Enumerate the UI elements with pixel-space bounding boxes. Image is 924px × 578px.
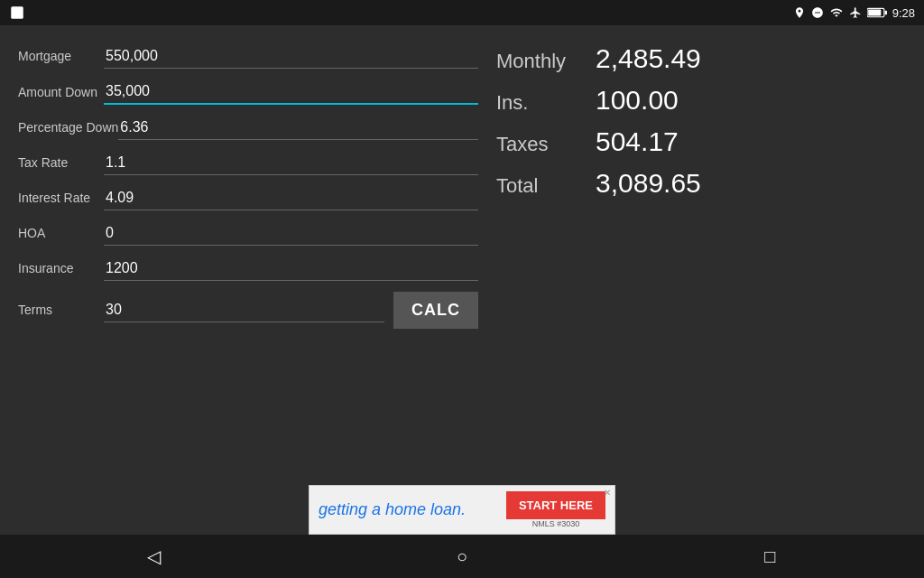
calc-button[interactable]: CALC [393, 292, 478, 329]
battery-icon [867, 7, 887, 18]
terms-row: Terms CALC [18, 286, 478, 334]
insurance-input-wrapper [104, 256, 478, 281]
ad-cta-label: START HERE [506, 491, 605, 519]
interest-rate-input[interactable] [104, 186, 478, 210]
wifi-icon [829, 6, 844, 19]
taxes-result-row: Taxes 504.17 [496, 126, 906, 157]
home-button[interactable]: ○ [448, 543, 476, 570]
terms-input[interactable] [104, 298, 384, 322]
percentage-down-label: Percentage Down [18, 119, 118, 135]
insurance-label: Insurance [18, 260, 104, 276]
location-icon [793, 6, 806, 19]
form-panel: Mortgage Amount Down Percentage Down Tax… [18, 39, 478, 449]
hoa-label: HOA [18, 225, 104, 241]
mortgage-row: Mortgage [18, 39, 478, 74]
results-panel: Monthly 2,485.49 Ins. 100.00 Taxes 504.1… [496, 39, 906, 449]
ad-close-icon[interactable]: ✕ [604, 488, 611, 498]
taxes-label: Taxes [496, 133, 578, 156]
status-bar-right: 9:28 [793, 6, 915, 20]
total-value: 3,089.65 [596, 168, 701, 199]
terms-label: Terms [18, 302, 104, 318]
recent-button[interactable]: □ [756, 543, 783, 570]
mortgage-input[interactable] [104, 44, 478, 68]
svg-rect-2 [868, 9, 881, 15]
ad-cta-button[interactable]: START HERE NMLS #3030 [506, 491, 605, 528]
main-content: Mortgage Amount Down Percentage Down Tax… [0, 25, 924, 462]
ins-value: 100.00 [596, 85, 679, 116]
interest-rate-label: Interest Rate [18, 190, 104, 206]
tax-rate-label: Tax Rate [18, 154, 104, 171]
airplane-icon [849, 6, 862, 19]
percentage-down-row: Percentage Down [18, 110, 478, 145]
mortgage-input-wrapper [104, 44, 478, 69]
amount-down-row: Amount Down [18, 74, 478, 110]
hoa-row: HOA [18, 216, 478, 251]
interest-rate-row: Interest Rate [18, 181, 478, 216]
hoa-input-wrapper [104, 221, 478, 246]
amount-down-input-wrapper [104, 79, 478, 105]
ins-label: Ins. [496, 91, 578, 115]
amount-down-input[interactable] [104, 79, 478, 103]
hoa-input[interactable] [104, 221, 478, 245]
terms-input-wrapper [104, 298, 384, 322]
status-bar: 9:28 [0, 0, 924, 25]
tax-rate-input-wrapper [104, 151, 478, 175]
percentage-down-input-wrapper [118, 116, 478, 140]
insurance-result-row: Ins. 100.00 [496, 85, 906, 116]
tax-rate-row: Tax Rate [18, 145, 478, 181]
percentage-down-input[interactable] [118, 116, 478, 139]
monthly-result-row: Monthly 2,485.49 [496, 43, 906, 74]
minus-circle-icon [811, 6, 824, 19]
tax-rate-input[interactable] [104, 151, 478, 174]
ad-banner[interactable]: ✕ getting a home loan. START HERE NMLS #… [309, 485, 615, 535]
interest-rate-input-wrapper [104, 186, 478, 210]
total-label: Total [496, 174, 578, 198]
mortgage-label: Mortgage [18, 48, 104, 64]
amount-down-label: Amount Down [18, 84, 104, 100]
time-display: 9:28 [892, 6, 915, 20]
svg-rect-0 [11, 6, 23, 19]
ad-text: getting a home loan. [319, 500, 466, 519]
monthly-label: Monthly [496, 50, 578, 73]
back-button[interactable]: ◁ [141, 543, 168, 570]
nav-bar: ◁ ○ □ [0, 535, 924, 578]
app-icon [9, 5, 25, 21]
insurance-input[interactable] [104, 256, 478, 280]
taxes-value: 504.17 [596, 126, 679, 157]
insurance-row: Insurance [18, 251, 478, 286]
monthly-value: 2,485.49 [596, 43, 701, 74]
total-result-row: Total 3,089.65 [496, 168, 906, 199]
svg-rect-3 [884, 11, 886, 15]
ad-nmls: NMLS #3030 [506, 519, 605, 528]
status-bar-left [9, 5, 25, 21]
